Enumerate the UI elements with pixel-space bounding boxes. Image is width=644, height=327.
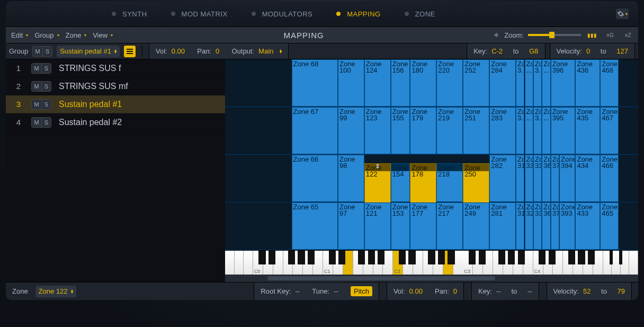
tab-synth[interactable]: SYNTH xyxy=(112,10,147,18)
group-vel-hi[interactable]: 127 xyxy=(616,47,628,55)
group-name-dropdown[interactable]: Sustain pedal #1▴▾ xyxy=(57,46,120,57)
zone-tune[interactable]: -- xyxy=(334,287,338,295)
zone-block[interactable]: Zone 217 xyxy=(436,202,463,250)
zone-block[interactable]: Zone 66 xyxy=(292,155,338,202)
black-key[interactable] xyxy=(588,251,595,264)
black-key[interactable] xyxy=(549,251,556,264)
black-key[interactable] xyxy=(539,251,545,264)
black-key[interactable] xyxy=(338,251,345,264)
black-key[interactable] xyxy=(358,251,365,264)
zone-block[interactable]: Zone 177 xyxy=(410,202,436,250)
octave[interactable]: C3 xyxy=(463,251,533,275)
zone-block[interactable]: Zone 395 xyxy=(551,107,576,154)
zone-volume[interactable]: 0.00 xyxy=(409,287,423,295)
black-key[interactable] xyxy=(288,251,295,264)
octave[interactable]: C1 xyxy=(323,251,393,275)
zone-block[interactable]: Zone 393 xyxy=(559,202,575,250)
mute-button[interactable]: M xyxy=(32,118,41,127)
black-key[interactable] xyxy=(258,251,265,264)
zone-block[interactable]: Zone 68 xyxy=(292,59,338,107)
zone-block[interactable]: Zone 156 xyxy=(391,59,410,107)
zone-block[interactable]: Zone 124 xyxy=(364,59,391,107)
zone-block[interactable]: Zone 433 xyxy=(575,202,600,250)
octave[interactable]: C0 xyxy=(253,251,323,275)
black-key[interactable] xyxy=(378,251,384,264)
zone-block[interactable]: Zone 3.. xyxy=(533,107,542,154)
group-list-button[interactable] xyxy=(124,46,136,57)
zone-block[interactable]: Zone 361 xyxy=(542,202,550,250)
group-key-lo[interactable]: C-2 xyxy=(491,47,503,55)
zone-block[interactable]: Zone 314 xyxy=(516,155,524,202)
zone-menu[interactable]: Zone▾ xyxy=(64,31,89,39)
zone-block[interactable]: Zone 3.. xyxy=(533,59,542,107)
black-key[interactable] xyxy=(518,251,525,264)
view-keyboard-button[interactable]: ▮▮▮ xyxy=(585,30,599,40)
black-key[interactable] xyxy=(269,251,275,264)
zone-block[interactable]: Zone 396 xyxy=(551,59,576,107)
zone-key-hi[interactable]: -- xyxy=(527,287,532,295)
zone-block[interactable]: Zone 394 xyxy=(559,155,575,202)
zoom-slider[interactable] xyxy=(528,34,581,36)
black-key[interactable] xyxy=(448,251,454,264)
zone-block[interactable]: Zone 337 xyxy=(533,202,542,250)
black-key[interactable] xyxy=(329,251,336,264)
mute-button[interactable]: M xyxy=(32,64,41,73)
zone-block[interactable]: Zone 283 xyxy=(489,107,516,154)
octave[interactable]: C2 xyxy=(393,251,463,275)
zone-block[interactable]: Zone 220 xyxy=(436,59,463,107)
speaker-icon[interactable] xyxy=(493,31,502,39)
group-volume[interactable]: 0.00 xyxy=(172,47,185,55)
zone-block[interactable]: Zone ... xyxy=(525,107,533,154)
zone-block[interactable]: Zone 3.. xyxy=(516,107,524,154)
group-key-hi[interactable]: G8 xyxy=(529,47,538,55)
zone-block[interactable]: Zone 100 xyxy=(338,59,364,107)
zone-block[interactable]: Zone 99 xyxy=(338,107,364,154)
group-row-mute-solo[interactable]: MS xyxy=(31,99,51,110)
zone-block[interactable]: Zone 121 xyxy=(364,202,391,250)
zone-block[interactable]: Zone 218 xyxy=(436,163,463,202)
zone-block[interactable]: Zone 251 xyxy=(463,107,489,154)
mute-button[interactable]: M xyxy=(32,82,41,91)
view-zone-button[interactable]: ≡Z xyxy=(621,30,635,40)
zone-root[interactable]: -- xyxy=(295,287,300,295)
group-row[interactable]: 4MSSustain pedal #2 xyxy=(6,113,225,131)
zone-block[interactable]: Zone 219 xyxy=(436,107,463,154)
zone-block[interactable]: Zone 435 xyxy=(575,107,600,154)
zone-vel-hi[interactable]: 79 xyxy=(618,287,625,295)
tab-modulators[interactable]: MODULATORS xyxy=(252,10,313,18)
zone-block[interactable]: Zone 465 xyxy=(600,202,619,250)
zone-block[interactable]: Zone 3.. xyxy=(516,59,524,107)
tab-mapping[interactable]: MAPPING xyxy=(336,10,380,18)
black-key[interactable] xyxy=(508,251,515,264)
zone-block[interactable]: Zone 377 xyxy=(551,202,559,250)
group-vel-lo[interactable]: 0 xyxy=(586,47,590,55)
group-row[interactable]: 2MSSTRINGS SUS mf xyxy=(6,77,225,95)
group-output[interactable]: Main xyxy=(258,47,273,55)
black-key[interactable] xyxy=(298,251,305,264)
zone-grid[interactable]: Zone 68Zone 100Zone 124Zone 156Zone 180Z… xyxy=(225,59,638,282)
view-menu[interactable]: View▾ xyxy=(91,31,115,39)
zone-block[interactable]: Zone 466 xyxy=(600,155,619,202)
zone-key-lo[interactable]: -- xyxy=(496,287,501,295)
zone-block[interactable]: Zone 330 xyxy=(525,155,533,202)
view-group-button[interactable]: ≡G xyxy=(603,30,617,40)
group-row-mute-solo[interactable]: MS xyxy=(31,81,51,92)
group-row-mute-solo[interactable]: MS xyxy=(31,63,51,74)
zone-block[interactable]: Zone 282 xyxy=(489,155,516,202)
zone-block[interactable]: Zone 155 xyxy=(391,107,410,154)
group-row-mute-solo[interactable]: MS xyxy=(31,117,51,128)
black-key[interactable] xyxy=(479,251,486,264)
group-row[interactable]: 1MSSTRINGS SUS f xyxy=(6,59,225,77)
solo-button[interactable]: S xyxy=(41,64,51,73)
zone-block[interactable]: Zone 467 xyxy=(600,107,619,154)
zone-block[interactable]: Zone 378 xyxy=(551,155,559,202)
zone-block[interactable]: Zone 65 xyxy=(292,202,338,250)
zone-block[interactable]: Zone 98 xyxy=(338,155,364,202)
zone-block[interactable]: Zone 468 xyxy=(600,59,619,107)
zone-block[interactable]: Zone 362 xyxy=(542,155,550,202)
zone-block[interactable]: Zone 249 xyxy=(463,202,489,250)
zone-block[interactable]: Zone 252 xyxy=(463,59,489,107)
zone-block[interactable]: Zone 338 xyxy=(533,155,542,202)
zone-name-dropdown[interactable]: Zone 122▴▾ xyxy=(35,286,76,297)
zone-block[interactable]: Zone 154 xyxy=(391,163,410,202)
